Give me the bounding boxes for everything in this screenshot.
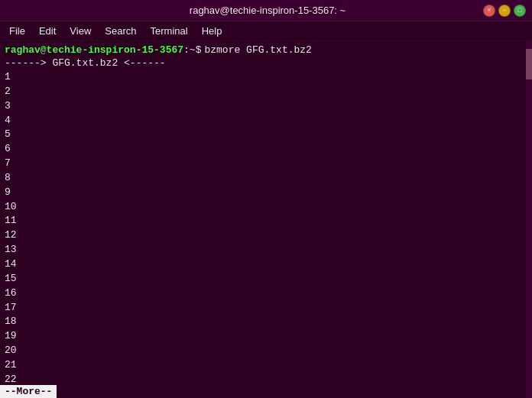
menu-edit[interactable]: Edit	[33, 24, 62, 38]
line-17: 17	[5, 301, 527, 315]
line-21: 21	[5, 358, 527, 373]
prompt-command: bzmore GFG.txt.bz2	[204, 44, 311, 56]
line-1: 1	[5, 70, 527, 85]
line-19: 19	[5, 329, 527, 344]
line-16: 16	[5, 286, 527, 301]
titlebar-title: raghav@techie-inspiron-15-3567: ~	[52, 5, 483, 16]
menu-file[interactable]: File	[3, 24, 31, 38]
menubar: File Edit View Search Terminal Help	[0, 21, 532, 41]
line-3: 3	[5, 99, 527, 114]
line-2: 2	[5, 85, 527, 99]
line-5: 5	[5, 128, 527, 142]
line-14: 14	[5, 257, 527, 272]
prompt-path: :~	[183, 44, 196, 56]
menu-terminal[interactable]: Terminal	[144, 24, 194, 38]
line-11: 11	[5, 214, 527, 228]
maximize-button[interactable]: □	[514, 5, 526, 17]
file-pointer-line: ------> GFG.txt.bz2 <------	[5, 57, 527, 69]
scrollbar-thumb[interactable]	[526, 49, 532, 79]
prompt-line: raghav@techie-inspiron-15-3567 :~ $ bzmo…	[5, 44, 527, 56]
menu-help[interactable]: Help	[196, 24, 229, 38]
line-20: 20	[5, 344, 527, 358]
line-12: 12	[5, 228, 527, 243]
menu-view[interactable]: View	[63, 24, 97, 38]
terminal-content: raghav@techie-inspiron-15-3567 :~ $ bzmo…	[0, 41, 532, 398]
line-6: 6	[5, 142, 527, 157]
scrollbar[interactable]	[526, 41, 532, 398]
line-7: 7	[5, 157, 527, 171]
line-9: 9	[5, 186, 527, 200]
line-15: 15	[5, 272, 527, 286]
titlebar-controls: × − □	[483, 5, 526, 17]
menu-search[interactable]: Search	[99, 24, 142, 38]
prompt-dollar: $	[196, 44, 202, 56]
line-4: 4	[5, 114, 527, 128]
close-button[interactable]: ×	[483, 5, 495, 17]
minimize-button[interactable]: −	[498, 5, 511, 17]
prompt-user: raghav@techie-inspiron-15-3567	[5, 44, 183, 56]
line-13: 13	[5, 243, 527, 257]
line-23: 23	[5, 387, 527, 398]
line-numbers: 1 2 3 4 5 6 7 8 9 10 11 12 13 14 15 16 1…	[5, 70, 527, 398]
line-18: 18	[5, 315, 527, 329]
line-22: 22	[5, 373, 527, 387]
line-10: 10	[5, 200, 527, 215]
line-8: 8	[5, 171, 527, 186]
more-bar: --More--	[0, 385, 57, 398]
titlebar: raghav@techie-inspiron-15-3567: ~ × − □	[0, 0, 532, 21]
